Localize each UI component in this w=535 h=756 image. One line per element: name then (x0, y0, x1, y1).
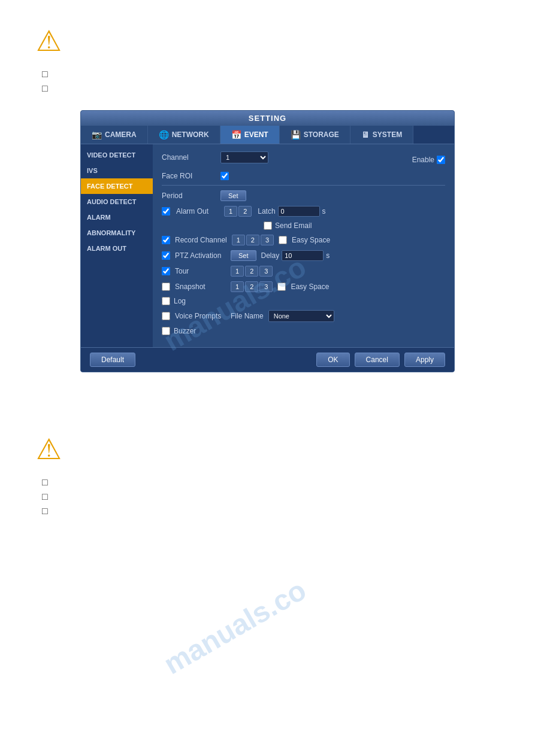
network-icon: 🌐 (159, 130, 169, 139)
bullet-list-top: □ □ (36, 69, 499, 93)
record-channel-checkbox[interactable] (162, 236, 170, 244)
tour-row: Tour 1 2 3 (162, 266, 445, 277)
buzzer-row: Buzzer (162, 327, 445, 335)
apply-button[interactable]: Apply (404, 353, 445, 367)
buzzer-checkbox[interactable] (162, 327, 170, 335)
ptz-set-button[interactable]: Set (231, 250, 256, 261)
alarm-out-btn-1[interactable]: 1 (224, 206, 237, 217)
snapshot-row: Snapshot 1 2 3 Easy Space (162, 281, 445, 292)
tour-btn-2[interactable]: 2 (245, 266, 258, 277)
watermark-text-2: manuals.co (158, 573, 312, 681)
system-icon: 🖥 (361, 130, 370, 139)
cancel-button[interactable]: Cancel (355, 353, 400, 367)
enable-checkbox[interactable] (437, 156, 445, 164)
channel-select[interactable]: 1 (220, 151, 268, 163)
delay-input[interactable] (282, 250, 324, 261)
easy-space-2-label: Easy Space (291, 283, 329, 291)
file-name-select[interactable]: None (268, 310, 334, 322)
action-buttons: OK Cancel Apply (316, 353, 445, 367)
channel-row: Channel 1 (162, 151, 268, 163)
face-roi-checkbox[interactable] (220, 172, 229, 180)
alarm-out-buttons: 1 2 (224, 206, 252, 217)
tab-network[interactable]: 🌐 NETWORK (148, 126, 220, 144)
record-channel-row: Record Channel 1 2 3 Easy Space (162, 235, 445, 245)
event-icon: 📅 (231, 130, 241, 139)
snapshot-checkbox[interactable] (162, 283, 170, 291)
record-btn-1[interactable]: 1 (232, 235, 245, 245)
easy-space-2-checkbox[interactable] (277, 283, 286, 291)
send-email-label: Send Email (275, 221, 312, 230)
alarm-latch-row: Alarm Out 1 2 Latch s (162, 206, 445, 217)
period-set-button[interactable]: Set (220, 190, 246, 201)
voice-prompts-checkbox[interactable] (162, 312, 170, 320)
tab-system[interactable]: 🖥 SYSTEM (350, 126, 413, 144)
bullet-item-b2: □ (42, 492, 499, 502)
divider-1 (162, 185, 445, 186)
tour-btn-3[interactable]: 3 (259, 266, 273, 277)
latch-unit: s (322, 207, 326, 215)
sidebar-item-face-detect[interactable]: FACE DETECT (81, 178, 153, 194)
tour-label: Tour (175, 267, 226, 275)
tab-event[interactable]: 📅 EVENT (220, 126, 280, 144)
snapshot-btn-3[interactable]: 3 (259, 281, 273, 292)
snapshot-label: Snapshot (175, 283, 226, 291)
easy-space-1-label: Easy Space (292, 236, 330, 244)
sidebar-item-ivs[interactable]: IVS (81, 163, 153, 178)
latch-group: Latch s (258, 206, 325, 217)
log-label: Log (174, 297, 186, 305)
storage-icon: 💾 (291, 130, 301, 139)
easy-space-1-checkbox[interactable] (279, 236, 287, 244)
bullet-item-1: □ (42, 69, 499, 79)
tour-checkbox[interactable] (162, 267, 170, 275)
channel-label: Channel (162, 153, 216, 162)
sidebar-item-alarm[interactable]: ALARM (81, 210, 153, 225)
alarm-out-btn-2[interactable]: 2 (238, 206, 252, 217)
record-channel-buttons: 1 2 3 (232, 235, 274, 245)
sidebar-item-video-detect[interactable]: VIDEO DETECT (81, 147, 153, 163)
enable-group: Enable (412, 156, 445, 164)
ptz-label: PTZ Activation (175, 251, 226, 260)
buzzer-label: Buzzer (174, 327, 196, 335)
log-checkbox[interactable] (162, 297, 170, 305)
record-btn-3[interactable]: 3 (261, 235, 274, 245)
sidebar: VIDEO DETECT IVS FACE DETECT AUDIO DETEC… (81, 144, 153, 347)
file-name-label: File Name (231, 312, 264, 320)
send-email-checkbox[interactable] (264, 221, 272, 230)
period-row: Period Set (162, 190, 445, 201)
dialog-body: VIDEO DETECT IVS FACE DETECT AUDIO DETEC… (81, 144, 454, 347)
record-channel-label: Record Channel (175, 236, 227, 244)
ptz-checkbox[interactable] (162, 251, 170, 260)
alarm-out-checkbox[interactable] (162, 207, 170, 215)
bullet-list-bottom: □ □ □ (36, 478, 499, 516)
warning-icon-2: ⚠ (36, 432, 499, 466)
log-row: Log (162, 297, 445, 305)
tour-buttons: 1 2 3 (231, 266, 273, 277)
setting-dialog: SETTING 📷 CAMERA 🌐 NETWORK 📅 EVENT 💾 STO… (80, 110, 455, 372)
alarm-out-label: Alarm Out (176, 207, 218, 215)
tab-storage[interactable]: 💾 STORAGE (280, 126, 350, 144)
dialog-container: SETTING 📷 CAMERA 🌐 NETWORK 📅 EVENT 💾 STO… (0, 110, 535, 390)
sidebar-item-alarm-out[interactable]: ALARM OUT (81, 241, 153, 256)
snapshot-btn-2[interactable]: 2 (245, 281, 258, 292)
tour-btn-1[interactable]: 1 (231, 266, 244, 277)
sidebar-item-abnormality[interactable]: ABNORMALITY (81, 225, 153, 241)
record-btn-2[interactable]: 2 (246, 235, 259, 245)
tab-bar: 📷 CAMERA 🌐 NETWORK 📅 EVENT 💾 STORAGE 🖥 S… (81, 126, 454, 144)
voice-prompts-row: Voice Prompts File Name None (162, 310, 445, 322)
ptz-row: PTZ Activation Set Delay s (162, 250, 445, 261)
warning-icon-1: ⚠ (36, 24, 499, 57)
default-button[interactable]: Default (90, 353, 135, 367)
camera-icon: 📷 (92, 130, 102, 139)
snapshot-buttons: 1 2 3 (231, 281, 273, 292)
bullet-item-b1: □ (42, 478, 499, 487)
bottom-section: ⚠ □ □ □ (0, 408, 535, 533)
bullet-item-2: □ (42, 84, 499, 93)
period-label: Period (162, 192, 216, 200)
tab-camera[interactable]: 📷 CAMERA (81, 126, 148, 144)
ok-button[interactable]: OK (316, 353, 349, 367)
latch-input[interactable] (278, 206, 320, 217)
delay-group: Delay s (261, 250, 330, 261)
sidebar-item-audio-detect[interactable]: AUDIO DETECT (81, 194, 153, 210)
face-roi-row: Face ROI (162, 172, 445, 180)
snapshot-btn-1[interactable]: 1 (231, 281, 244, 292)
